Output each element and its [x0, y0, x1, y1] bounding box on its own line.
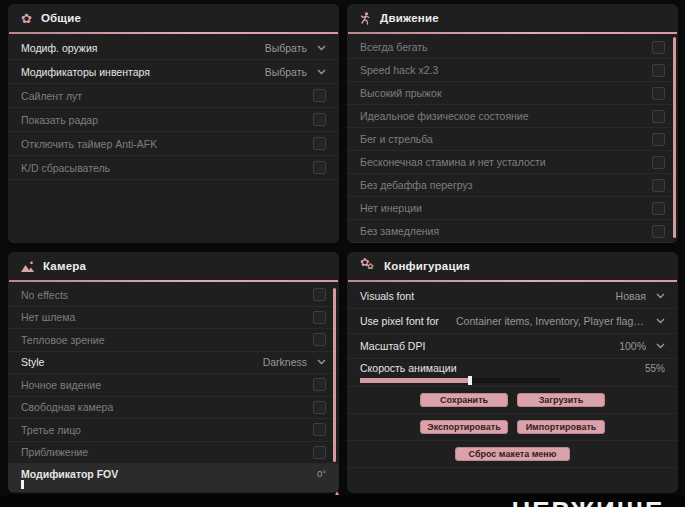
row-high-jump[interactable]: Высокий прыжок	[347, 82, 678, 105]
animation-speed-slider[interactable]	[360, 378, 560, 383]
fov-slider-handle[interactable]	[21, 480, 24, 489]
row-no-inertia[interactable]: Нет инерции	[347, 197, 678, 220]
panel-config-header[interactable]: ✿ ✿ Конфигурация	[347, 252, 678, 280]
checkbox[interactable]	[652, 225, 665, 238]
row-third-person[interactable]: Третье лицо	[8, 419, 339, 442]
checkbox[interactable]	[313, 423, 326, 436]
checkbox[interactable]	[652, 133, 665, 146]
checkbox[interactable]	[313, 311, 326, 324]
panel-camera: Камера No effects Нет шлема Тепловое зре…	[8, 252, 339, 493]
row-fov-modifier[interactable]: Модификатор FOV 0°	[8, 464, 339, 492]
row-label: Отключить таймер Anti-AFK	[21, 138, 157, 150]
row-style[interactable]: Style Darkness	[8, 352, 339, 375]
row-label: Без дебаффа перегруз	[360, 179, 473, 191]
row-disable-antiafk-timer[interactable]: Отключить таймер Anti-AFK	[8, 132, 339, 156]
button-row-reset: Сброс макета меню	[347, 441, 678, 468]
camera-scrollbar[interactable]	[333, 288, 336, 462]
row-label: Показать радар	[21, 114, 98, 126]
row-label: Свободная камера	[21, 401, 113, 413]
row-silent-loot[interactable]: Сайлент лут	[8, 84, 339, 108]
row-label: Visuals font	[360, 290, 414, 302]
checkbox[interactable]	[652, 64, 665, 77]
checkbox[interactable]	[313, 113, 326, 126]
row-label: Бег и стрельба	[360, 133, 433, 145]
row-weapon-mods[interactable]: Модиф. оружия Выбрать	[8, 36, 339, 60]
checkbox[interactable]	[313, 288, 326, 301]
checkbox[interactable]	[313, 137, 326, 150]
row-zoom[interactable]: Приближение	[8, 442, 339, 465]
animation-speed-handle[interactable]	[468, 376, 472, 385]
panel-camera-header[interactable]: Камера	[8, 252, 339, 280]
row-label: Нет шлема	[21, 311, 75, 323]
row-kd-resetter[interactable]: K/D сбрасыватель	[8, 156, 339, 180]
image-icon	[21, 261, 34, 272]
panel-movement-header[interactable]: Движение	[347, 4, 678, 32]
row-no-effects[interactable]: No effects	[8, 284, 339, 307]
panel-general-title: Общие	[41, 12, 81, 24]
row-label: Масштаб DPI	[360, 340, 425, 352]
checkbox[interactable]	[652, 179, 665, 192]
movement-scrollbar[interactable]	[673, 37, 676, 238]
checkbox[interactable]	[652, 156, 665, 169]
row-no-helmet[interactable]: Нет шлема	[8, 307, 339, 330]
row-visuals-font[interactable]: Visuals font Новая	[347, 284, 678, 309]
checkbox[interactable]	[313, 446, 326, 459]
checkbox[interactable]	[313, 89, 326, 102]
row-label: Без замедления	[360, 225, 439, 237]
chevron-down-icon	[317, 69, 326, 75]
chevron-down-icon	[656, 318, 665, 324]
dpi-scale-dropdown[interactable]: 100%	[619, 340, 665, 352]
checkbox[interactable]	[313, 161, 326, 174]
row-no-slowdown[interactable]: Без замедления	[347, 220, 678, 243]
dropdown-value: Container items, Inventory, Player flags…	[456, 315, 646, 327]
dropdown-value: Darkness	[263, 356, 307, 368]
watermark-text: ЧЕРЖИШЕ	[512, 496, 664, 507]
fov-value: 0°	[317, 468, 326, 479]
row-show-radar[interactable]: Показать радар	[8, 108, 339, 132]
checkbox[interactable]	[313, 378, 326, 391]
row-no-overload-debuff[interactable]: Без дебаффа перегруз	[347, 174, 678, 197]
panel-general-header[interactable]: ✿ Общие	[8, 4, 339, 32]
row-inventory-mods[interactable]: Модификаторы инвентаря Выбрать	[8, 60, 339, 84]
row-label: Скорость анимации	[360, 362, 457, 374]
row-label: Нет инерции	[360, 202, 422, 214]
panel-movement: Движение Всегда бегать Speed hack x2.3 В…	[347, 4, 678, 243]
row-night-vision[interactable]: Ночное видение	[8, 374, 339, 397]
style-dropdown[interactable]: Darkness	[263, 356, 326, 368]
inventory-mods-dropdown[interactable]: Выбрать	[265, 66, 326, 78]
checkbox[interactable]	[652, 202, 665, 215]
row-free-camera[interactable]: Свободная камера	[8, 397, 339, 420]
row-dpi-scale[interactable]: Масштаб DPI 100%	[347, 334, 678, 359]
checkbox[interactable]	[313, 401, 326, 414]
checkbox[interactable]	[652, 110, 665, 123]
panel-config-title: Конфигурация	[384, 260, 470, 272]
row-label: No effects	[21, 289, 68, 301]
visuals-font-dropdown[interactable]: Новая	[616, 290, 665, 302]
row-always-run[interactable]: Всегда бегать	[347, 36, 678, 59]
animation-speed-value: 55%	[645, 363, 665, 374]
chevron-down-icon	[317, 359, 326, 365]
checkbox[interactable]	[652, 41, 665, 54]
row-pixel-font-for[interactable]: Use pixel font for Container items, Inve…	[347, 309, 678, 334]
pixel-font-for-dropdown[interactable]: Container items, Inventory, Player flags…	[456, 315, 665, 327]
row-infinite-stamina[interactable]: Бесконечная стамина и нет усталости	[347, 151, 678, 174]
weapon-mods-dropdown[interactable]: Выбрать	[265, 42, 326, 54]
row-perfect-physical-condition[interactable]: Идеальное физическое состояние	[347, 105, 678, 128]
row-label: Модификатор FOV	[21, 468, 118, 480]
import-button[interactable]: Импортировать	[517, 420, 605, 434]
row-speed-hack[interactable]: Speed hack x2.3	[347, 59, 678, 82]
row-label: K/D сбрасыватель	[21, 162, 110, 174]
checkbox[interactable]	[652, 87, 665, 100]
save-button[interactable]: Сохранить	[420, 393, 508, 407]
row-run-and-shoot[interactable]: Бег и стрельба	[347, 128, 678, 151]
load-button[interactable]: Загрузить	[517, 393, 605, 407]
reset-menu-layout-button[interactable]: Сброс макета меню	[455, 447, 571, 461]
row-animation-speed[interactable]: Скорость анимации 55%	[347, 359, 678, 387]
gear-icon: ✿	[21, 12, 32, 25]
row-thermal-vision[interactable]: Тепловое зрение	[8, 329, 339, 352]
panel-general: ✿ Общие Модиф. оружия Выбрать Модификато…	[8, 4, 339, 243]
runner-icon	[360, 12, 371, 25]
checkbox[interactable]	[313, 333, 326, 346]
panel-movement-title: Движение	[380, 12, 439, 24]
export-button[interactable]: Экспортировать	[420, 420, 508, 434]
